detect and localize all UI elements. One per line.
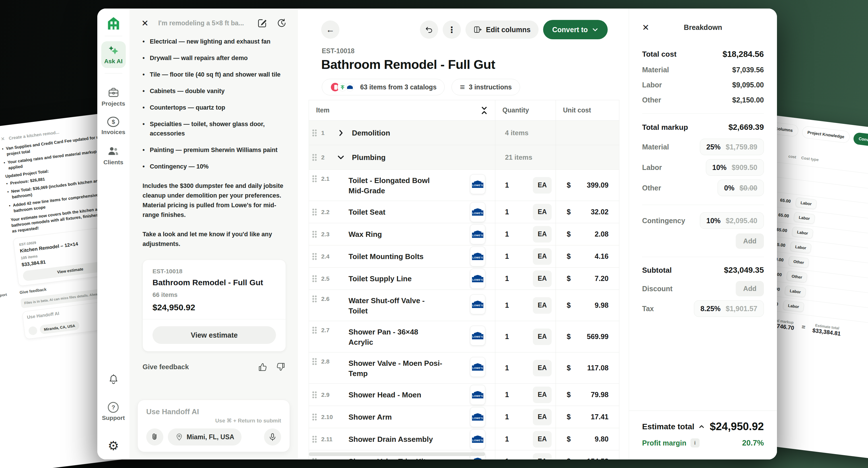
settings-button[interactable]: ⚙ <box>108 440 119 452</box>
thumbs-down-icon[interactable] <box>276 362 286 372</box>
markup-other-pill[interactable]: 0% $0.00 <box>717 180 764 196</box>
sidebar-item-projects[interactable]: Projects <box>101 87 125 107</box>
add-contingency-button[interactable]: Add <box>736 233 764 249</box>
close-chat-button[interactable]: ✕ <box>142 18 149 28</box>
table-row[interactable]: 2.9 Shower Head - Moen LOWE'S 1EA $79.98 <box>309 384 619 406</box>
sidebar-item-clients[interactable]: Clients <box>103 145 123 166</box>
question-icon: ? <box>108 402 119 413</box>
unit-pill[interactable]: EA <box>533 431 552 447</box>
unit-pill[interactable]: EA <box>533 204 552 220</box>
table-row[interactable]: 2.4 Toilet Mounting Bolts LOWE'S 1EA $4.… <box>309 245 619 268</box>
horizontal-scrollbar[interactable] <box>309 452 485 456</box>
attach-file-button[interactable] <box>146 429 163 445</box>
more-options-button[interactable]: ⋮ <box>443 21 461 39</box>
table-row[interactable]: 2.10 Shower Arm LOWE'S 1EA $17.41 <box>309 406 619 428</box>
table-row[interactable]: 2.3 Wax Ring LOWE'S 1EA $2.08 <box>309 223 619 245</box>
unit-cost-value: 399.09 <box>587 181 609 189</box>
instructions-chip[interactable]: ≡ 3 instructions <box>452 79 520 95</box>
total-markup-row: Total markup $2,669.39 <box>642 123 764 132</box>
estimate-card[interactable]: EST-10018 Bathroom Remodel - Full Gut 66… <box>143 260 286 352</box>
edit-columns-button[interactable]: Edit columns <box>465 21 538 39</box>
drag-handle-icon[interactable] <box>312 175 317 182</box>
item-name: Toilet Mounting Bolts <box>348 252 424 262</box>
drag-handle-icon[interactable] <box>312 129 317 136</box>
drag-handle-icon[interactable] <box>312 253 317 260</box>
unit-pill[interactable]: EA <box>533 328 552 345</box>
convert-to-label: Convert to <box>552 26 588 34</box>
unit-pill[interactable]: EA <box>533 226 552 242</box>
unit-pill[interactable]: EA <box>533 177 552 194</box>
convert-to-button[interactable]: Convert to <box>543 20 608 39</box>
quantity-value: 1 <box>505 435 509 443</box>
drag-handle-icon[interactable] <box>312 275 317 282</box>
table-row[interactable]: 2.8 Shower Valve - Moen Posi-Temp LOWE'S… <box>309 352 619 384</box>
feedback-row: Give feedback <box>143 362 286 372</box>
markup-material-pill[interactable]: 25% $1,759.89 <box>700 139 764 155</box>
sidebar-item-invoices[interactable]: $ Invoices <box>101 117 125 136</box>
handoff-logo-icon[interactable] <box>106 16 121 31</box>
new-chat-button[interactable] <box>257 18 268 28</box>
expand-section-button[interactable] <box>337 129 350 137</box>
table-row[interactable]: 2.11 Shower Drain Assembly LOWE'S 1EA $9… <box>309 428 619 450</box>
undo-button[interactable] <box>420 21 438 39</box>
table-row[interactable]: 2.1 Toilet - Elongated Bowl Mid-Grade LO… <box>309 170 619 201</box>
unit-pill[interactable]: EA <box>533 297 552 314</box>
unit-pill[interactable]: EA <box>533 387 552 403</box>
lowes-badge: LOWE'S <box>470 174 485 194</box>
breakdown-panel: ✕ Breakdown Total cost $18,284.56 Materi… <box>629 8 777 460</box>
tax-pill[interactable]: 8.25% $1,901.57 <box>694 300 764 317</box>
chat-message-input[interactable] <box>146 407 281 416</box>
table-row[interactable]: 2.5 Toilet Supply Line LOWE'S 1EA $7.20 <box>309 268 619 290</box>
drag-handle-icon[interactable] <box>312 327 317 333</box>
deco-text: Miranda, CA, USA <box>39 321 80 334</box>
quantity-value: 1 <box>505 230 509 238</box>
drag-handle-icon[interactable] <box>312 295 317 302</box>
instructions-chip-label: 3 instructions <box>469 83 512 91</box>
profit-margin-label: Profit margin <box>642 439 686 447</box>
table-row[interactable]: 2.6 Water Shut-off Valve - Toilet LOWE'S… <box>309 290 619 321</box>
drag-handle-icon[interactable] <box>312 391 317 398</box>
estimate-total-toggle[interactable]: Estimate total <box>642 422 705 431</box>
drag-handle-icon[interactable] <box>312 458 317 460</box>
quantity-value: 1 <box>505 274 509 283</box>
people-icon <box>107 145 119 157</box>
info-icon[interactable]: i <box>690 438 700 447</box>
collapse-all-button[interactable] <box>481 106 488 115</box>
sidebar-item-ask-ai[interactable]: Ask AI <box>101 41 126 68</box>
section-row-demolition[interactable]: 1 Demolition 4 items <box>309 121 619 145</box>
drag-handle-icon[interactable] <box>312 231 317 238</box>
add-discount-button[interactable]: Add <box>736 281 764 296</box>
unit-pill[interactable]: EA <box>533 409 552 425</box>
unit-pill[interactable]: EA <box>533 270 552 287</box>
notifications-button[interactable] <box>108 374 119 385</box>
estimate-total-value: $24,950.92 <box>710 420 764 433</box>
markup-labor-pill[interactable]: 10% $909.50 <box>706 159 764 176</box>
voice-input-button[interactable] <box>264 429 281 445</box>
drag-handle-icon[interactable] <box>312 358 317 365</box>
lowes-badge: LOWE'S <box>470 326 485 346</box>
catalogs-chip[interactable]: 63 items from 3 catalogs <box>322 79 445 95</box>
compose-icon <box>257 18 268 28</box>
drag-handle-icon[interactable] <box>312 436 317 443</box>
quantity-value: 1 <box>505 390 509 399</box>
unit-pill[interactable]: EA <box>533 360 552 376</box>
unit-cost-value: 17.41 <box>591 413 609 421</box>
collapse-section-button[interactable] <box>337 154 350 161</box>
location-chip[interactable]: Miami, FL, USA <box>168 429 242 445</box>
contingency-pill[interactable]: 10% $2,095.40 <box>700 212 764 229</box>
thumbs-up-icon[interactable] <box>257 362 268 372</box>
drag-handle-icon[interactable] <box>312 154 317 161</box>
table-row[interactable]: 2.7 Shower Pan - 36×48 Acrylic LOWE'S 1E… <box>309 321 619 352</box>
view-estimate-button[interactable]: View estimate <box>153 326 276 344</box>
drag-handle-icon[interactable] <box>312 209 317 215</box>
unit-pill[interactable]: EA <box>533 248 552 265</box>
drag-handle-icon[interactable] <box>312 414 317 420</box>
back-button[interactable]: ← <box>321 21 339 39</box>
sidebar-item-support[interactable]: ? Support <box>102 402 125 421</box>
table-row[interactable]: 2.2 Toilet Seat LOWE'S 1EA $32.02 <box>309 201 619 223</box>
location-pin-icon <box>175 433 183 441</box>
section-row-plumbing[interactable]: 2 Plumbing 21 items <box>309 145 619 170</box>
currency-symbol: $ <box>567 208 571 216</box>
chat-history-button[interactable] <box>276 18 287 28</box>
unit-pill[interactable]: EA <box>533 453 552 460</box>
